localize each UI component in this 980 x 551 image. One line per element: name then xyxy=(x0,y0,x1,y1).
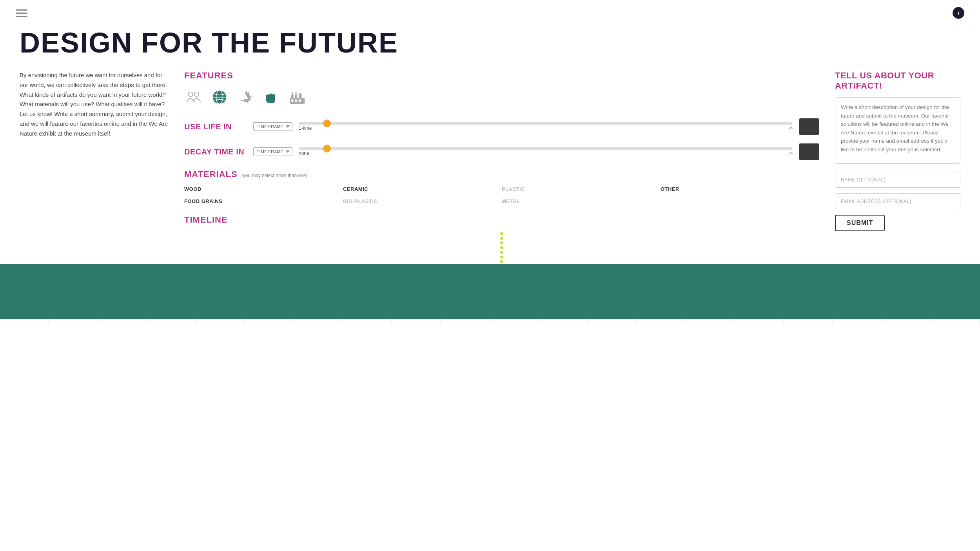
tick-1 xyxy=(0,319,49,326)
timeline-dot-5 xyxy=(500,251,503,254)
svg-rect-13 xyxy=(295,100,297,102)
material-bio-plastic[interactable]: BIO-PLASTIC xyxy=(343,197,502,205)
tick-9 xyxy=(392,319,441,326)
decay-time-slider-container: none ∞ xyxy=(299,147,793,156)
tick-10 xyxy=(441,319,490,326)
middle-section: FEATURES xyxy=(184,71,819,268)
materials-header: MATERIALS (you may select more than one) xyxy=(184,169,819,179)
timeline-dot-4 xyxy=(500,246,503,249)
timeline-section: TIMELINE xyxy=(184,215,819,268)
svg-point-0 xyxy=(189,92,193,96)
use-life-min-label: 1-time xyxy=(299,125,312,131)
features-icons-row xyxy=(184,88,819,107)
right-panel: TELL US ABOUT YOUR ARTIFACT! SUBMIT xyxy=(835,71,960,231)
use-life-value-box xyxy=(799,118,819,135)
timeline-dot-7 xyxy=(500,260,503,263)
svg-rect-14 xyxy=(299,100,301,102)
tick-20 xyxy=(931,319,980,326)
description-paragraph: By envisioning the future we want for ou… xyxy=(20,71,169,138)
materials-note: (you may select more than one) xyxy=(241,173,308,178)
decay-time-value-box xyxy=(799,143,819,160)
tick-7 xyxy=(294,319,343,326)
tick-2 xyxy=(49,319,98,326)
use-life-max-label: ∞ xyxy=(789,125,793,131)
use-life-slider[interactable] xyxy=(299,122,793,125)
svg-rect-8 xyxy=(295,95,297,98)
material-metal[interactable]: METAL xyxy=(502,197,661,205)
bottom-ticks xyxy=(0,319,980,326)
decay-time-min-label: none xyxy=(299,150,309,156)
use-life-timeframe-select[interactable]: TIME FRAME YEARS DECADES CENTURIES xyxy=(253,122,292,131)
tick-3 xyxy=(98,319,147,326)
use-life-label: USE LIFE IN xyxy=(184,122,247,131)
tick-13 xyxy=(588,319,637,326)
features-label: FEATURES xyxy=(184,71,819,81)
name-input[interactable] xyxy=(835,172,960,188)
timeline-label: TIMELINE xyxy=(184,215,819,225)
hamburger-menu[interactable] xyxy=(16,9,27,17)
decay-time-slider[interactable] xyxy=(299,147,793,150)
main-content: DESIGN FOR THE FUTURE By envisioning the… xyxy=(0,23,980,268)
use-life-slider-labels: 1-time ∞ xyxy=(299,125,793,131)
tick-17 xyxy=(784,319,833,326)
globe-icon[interactable] xyxy=(210,88,229,107)
tick-14 xyxy=(637,319,686,326)
tick-4 xyxy=(147,319,196,326)
decay-time-label: DECAY TIME IN xyxy=(184,147,247,156)
artifact-title: TELL US ABOUT YOUR ARTIFACT! xyxy=(835,71,960,91)
recycle-icon[interactable] xyxy=(236,88,255,107)
timeline-dot-3 xyxy=(500,241,503,245)
tick-6 xyxy=(245,319,294,326)
hand-icon[interactable] xyxy=(262,88,281,107)
use-life-row: USE LIFE IN TIME FRAME YEARS DECADES CEN… xyxy=(184,118,819,135)
material-ceramic[interactable]: CERAMIC xyxy=(343,185,502,193)
svg-rect-12 xyxy=(291,100,294,102)
content-grid: By envisioning the future we want for ou… xyxy=(20,71,960,268)
decay-time-max-label: ∞ xyxy=(789,150,793,156)
description-section: By envisioning the future we want for ou… xyxy=(20,71,169,138)
use-life-slider-container: 1-time ∞ xyxy=(299,122,793,131)
tick-15 xyxy=(686,319,735,326)
timeline-dot-1 xyxy=(500,232,503,235)
decay-time-slider-labels: none ∞ xyxy=(299,150,793,156)
factory-icon[interactable] xyxy=(288,88,307,107)
people-icon[interactable] xyxy=(184,88,203,107)
tick-18 xyxy=(833,319,882,326)
materials-label: MATERIALS xyxy=(184,169,238,179)
tick-8 xyxy=(343,319,392,326)
tick-19 xyxy=(882,319,931,326)
green-bar xyxy=(0,264,980,319)
material-other[interactable]: OTHER xyxy=(661,185,819,193)
info-button[interactable]: i xyxy=(953,7,964,19)
tick-5 xyxy=(196,319,245,326)
svg-rect-7 xyxy=(291,95,294,98)
materials-section: MATERIALS (you may select more than one)… xyxy=(184,169,819,205)
features-section: FEATURES xyxy=(184,71,819,107)
svg-point-5 xyxy=(244,96,247,99)
tick-16 xyxy=(735,319,784,326)
svg-rect-9 xyxy=(299,93,302,98)
svg-point-1 xyxy=(194,92,199,96)
material-wood[interactable]: WOOD xyxy=(184,185,343,193)
top-bar: i xyxy=(0,0,980,23)
timeline-dot-6 xyxy=(500,256,503,259)
material-food-grains[interactable]: FOOD GRAINS xyxy=(184,197,343,205)
timeline-dot-2 xyxy=(500,237,503,240)
decay-time-row: DECAY TIME IN TIME FRAME YEARS DECADES C… xyxy=(184,143,819,160)
timeline-dots xyxy=(184,232,819,268)
materials-grid: WOOD CERAMIC PLASTIC OTHER FOOD GRAINS B… xyxy=(184,185,819,205)
material-plastic[interactable]: PLASTIC xyxy=(502,185,661,193)
tick-11 xyxy=(490,319,539,326)
tick-12 xyxy=(539,319,588,326)
description-textarea[interactable] xyxy=(835,97,960,164)
page-title: DESIGN FOR THE FUTURE xyxy=(20,27,960,59)
email-input[interactable] xyxy=(835,193,960,209)
decay-time-timeframe-select[interactable]: TIME FRAME YEARS DECADES CENTURIES xyxy=(253,147,292,156)
submit-button[interactable]: SUBMIT xyxy=(835,215,885,231)
